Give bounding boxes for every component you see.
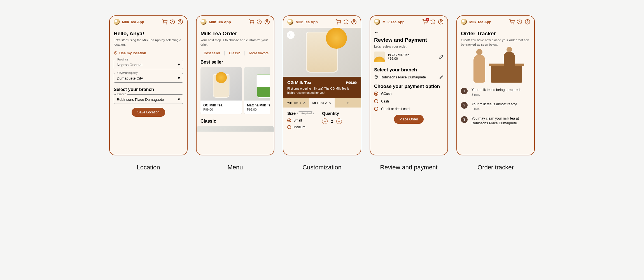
svg-point-3 <box>180 20 181 22</box>
payment-heading: Choose your payment option <box>374 84 444 89</box>
history-icon[interactable] <box>343 19 349 25</box>
history-icon[interactable] <box>517 19 522 25</box>
svg-point-4 <box>115 52 116 53</box>
app-name: Milk Tea App <box>122 20 160 24</box>
filter-classic[interactable]: Classic <box>229 51 240 55</box>
use-my-location-button[interactable]: Use my location <box>114 51 183 55</box>
province-value: Negros Oriental <box>117 63 142 67</box>
app-name: Milk Tea App <box>382 20 420 24</box>
quantity-minus-button[interactable]: − <box>322 118 328 124</box>
step-time: 3 min. <box>472 93 521 97</box>
history-icon[interactable] <box>256 19 262 25</box>
history-icon[interactable] <box>430 19 436 25</box>
product-price: ₱99.00 <box>247 108 270 111</box>
add-milk-tea-button[interactable]: ＋ <box>335 98 361 108</box>
payment-label: GCash <box>381 92 391 96</box>
svg-point-0 <box>164 24 164 24</box>
svg-point-12 <box>353 20 355 22</box>
app-logo-icon <box>200 19 207 25</box>
account-icon[interactable] <box>178 19 183 25</box>
account-icon[interactable] <box>264 19 270 25</box>
tab-label: Milk Tea 1 <box>287 101 301 104</box>
tracker-step-1: 1 Your milk tea is being prepared. 3 min… <box>461 88 530 97</box>
back-button[interactable]: ← <box>374 29 444 35</box>
product-card-og[interactable]: OG Milk Tea ₱99.00 <box>200 67 242 114</box>
account-icon[interactable] <box>351 19 357 25</box>
size-label: Medium <box>293 125 305 129</box>
product-hero-image <box>283 28 361 77</box>
filter-best-seller[interactable]: Best seller <box>204 51 220 55</box>
svg-point-14 <box>427 24 427 24</box>
product-name: OG Milk Tea <box>287 80 311 85</box>
step-number: 1 <box>461 88 468 94</box>
close-icon[interactable]: ✕ <box>328 101 331 105</box>
location-pin-icon <box>114 51 118 55</box>
svg-point-21 <box>527 20 528 22</box>
section-classic: Classic <box>200 119 270 124</box>
tracker-step-3: 3 You may claim your milk tea at Robinso… <box>461 116 530 126</box>
step-text: Your milk tea is being prepared. <box>472 88 521 93</box>
quantity-stepper: − 2 + <box>322 118 342 124</box>
product-image <box>200 67 242 101</box>
step-text: You may claim your milk tea at Robinsons… <box>472 116 530 126</box>
app-logo-icon <box>114 19 120 25</box>
size-option-small[interactable]: Small <box>287 118 314 122</box>
quantity-plus-button[interactable]: + <box>336 118 342 124</box>
close-icon[interactable]: ✕ <box>303 101 306 105</box>
back-button[interactable] <box>287 31 295 39</box>
product-header: OG Milk Tea ₱99.00 First time ordering m… <box>283 77 361 98</box>
item-label: 1x OG Milk Tea <box>388 53 436 57</box>
topbar: Milk Tea App <box>197 16 274 28</box>
screen-tracker: Milk Tea App Order Tracker Great! You ha… <box>456 15 535 155</box>
edit-item-button[interactable] <box>439 55 444 59</box>
location-pin-icon <box>374 75 378 79</box>
tab-milk-tea-2[interactable]: Milk Tea 2 ✕ <box>309 98 335 108</box>
branch-name: Robinsons Place Dumaguete <box>381 75 437 79</box>
milk-tea-tabs: Milk Tea 1 ✕ Milk Tea 2 ✕ ＋ <box>283 98 361 108</box>
product-card-matcha[interactable]: Matcha Milk Tea ₱99.00 <box>244 67 270 114</box>
app-name: Milk Tea App <box>296 20 333 24</box>
edit-branch-button[interactable] <box>439 75 444 79</box>
payment-label: Credit or debit card <box>381 107 410 111</box>
page-title: Review and Payment <box>374 37 444 43</box>
filter-more-flavors[interactable]: More flavors <box>249 51 269 55</box>
tab-label: Milk Tea 2 <box>312 101 327 104</box>
required-chip: 1 Required <box>297 111 314 115</box>
topbar: Milk Tea App <box>283 16 361 28</box>
branch-select[interactable]: Branch Robinsons Place Dumaguete ▾ <box>114 94 183 104</box>
step-time: 2 min. <box>472 107 517 111</box>
radio-icon <box>374 107 378 111</box>
arrow-left-icon <box>289 33 293 37</box>
product-price: ₱99.00 <box>346 81 357 85</box>
screen-menu: Milk Tea App Milk Tea Order Your next st… <box>196 15 274 155</box>
classic-preview <box>197 126 274 132</box>
payment-option-card[interactable]: Credit or debit card <box>374 107 444 111</box>
save-location-button[interactable]: Save Location <box>132 108 165 117</box>
place-order-button[interactable]: Place Order <box>394 115 424 124</box>
history-icon[interactable] <box>170 19 175 25</box>
city-value: Dumaguete City <box>117 76 143 80</box>
payment-option-gcash[interactable]: GCash <box>374 92 444 96</box>
cart-icon[interactable] <box>249 19 254 25</box>
svg-point-6 <box>253 24 254 24</box>
province-select[interactable]: Province Negros Oriental ▾ <box>114 60 183 69</box>
radio-icon <box>287 125 291 129</box>
payment-option-cash[interactable]: Cash <box>374 99 444 103</box>
size-option-medium[interactable]: Medium <box>287 125 314 129</box>
page-subtitle: Let's start using the Milk Tea App by se… <box>114 38 183 47</box>
app-logo-icon <box>374 19 380 25</box>
page-subtitle: Let's review your order. <box>374 44 444 49</box>
quantity-heading: Quantity <box>322 111 342 116</box>
cart-icon[interactable] <box>509 19 515 25</box>
cart-icon[interactable] <box>162 19 167 25</box>
city-select[interactable]: City/Municipality Dumaguete City ▾ <box>114 73 183 83</box>
cart-icon[interactable] <box>335 19 341 25</box>
cart-icon[interactable]: 1 <box>422 19 428 25</box>
tab-milk-tea-1[interactable]: Milk Tea 1 ✕ <box>283 98 309 108</box>
account-icon[interactable] <box>438 19 444 25</box>
use-location-label: Use my location <box>119 51 146 55</box>
svg-point-8 <box>267 20 268 22</box>
topbar: Milk Tea App <box>110 16 187 28</box>
size-heading: Size 1 Required <box>287 111 314 116</box>
account-icon[interactable] <box>525 19 530 25</box>
